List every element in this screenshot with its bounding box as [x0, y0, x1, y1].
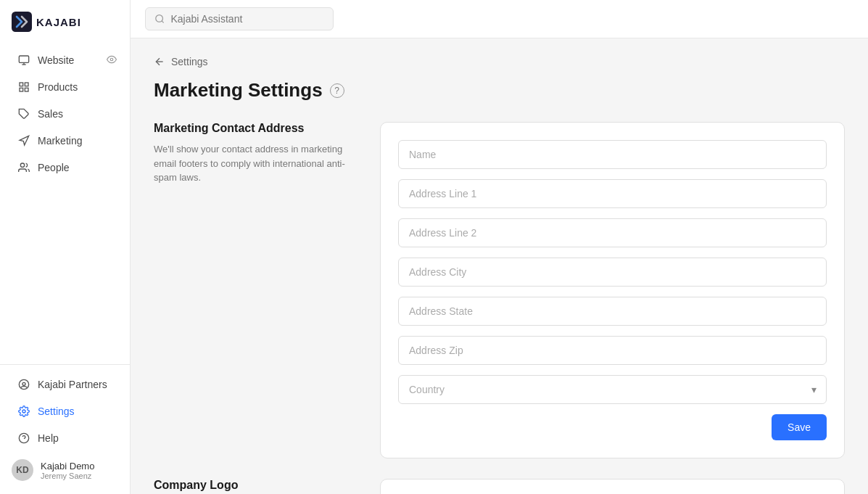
sidebar-item-products[interactable]: Products	[6, 74, 124, 100]
question-circle-icon	[17, 432, 30, 445]
company-logo-label-col: Company Logo	[154, 479, 357, 494]
breadcrumb[interactable]: Settings	[154, 56, 845, 67]
sidebar: KAJABI Website Products Sales	[0, 0, 131, 494]
address-zip-input[interactable]	[398, 336, 827, 365]
address-line1-input[interactable]	[398, 179, 827, 208]
sidebar-item-website[interactable]: Website	[6, 47, 124, 73]
sidebar-nav: Website Products Sales Marketing	[0, 41, 130, 364]
address-city-field-wrapper	[398, 258, 827, 287]
users-icon	[17, 161, 30, 174]
topbar	[131, 0, 868, 38]
address-state-input[interactable]	[398, 297, 827, 326]
form-actions: Save	[398, 414, 827, 440]
section-title: Marketing Contact Address	[154, 122, 357, 135]
sidebar-item-people[interactable]: People	[6, 155, 124, 181]
sidebar-item-label: Website	[38, 54, 74, 66]
section-label-col: Marketing Contact Address We'll show you…	[154, 122, 357, 458]
country-field-wrapper: Country United States Canada United King…	[398, 375, 827, 404]
megaphone-icon	[17, 134, 30, 147]
person-circle-icon	[17, 378, 30, 391]
sidebar-item-marketing[interactable]: Marketing	[6, 128, 124, 154]
tag-icon	[17, 107, 30, 120]
sidebar-item-label: Products	[38, 81, 78, 93]
grid-icon	[17, 81, 30, 94]
svg-rect-1	[19, 56, 28, 62]
sidebar-item-label: Kajabi Partners	[38, 379, 107, 390]
marketing-contact-section: Marketing Contact Address We'll show you…	[154, 122, 845, 458]
sidebar-item-label: People	[38, 162, 70, 173]
svg-point-10	[20, 163, 24, 167]
svg-point-12	[22, 410, 25, 413]
contact-address-form: Country United States Canada United King…	[380, 122, 845, 458]
address-line2-field-wrapper	[398, 218, 827, 247]
search-input[interactable]	[170, 13, 324, 25]
svg-point-15	[156, 15, 163, 22]
svg-point-4	[110, 58, 113, 61]
sidebar-item-sales[interactable]: Sales	[6, 101, 124, 127]
name-field-wrapper	[398, 140, 827, 169]
sidebar-item-partners[interactable]: Kajabi Partners	[6, 371, 124, 398]
address-state-field-wrapper	[398, 297, 827, 326]
monitor-icon	[17, 54, 30, 67]
section-desc: We'll show your contact address in marke…	[154, 142, 357, 185]
save-button[interactable]: Save	[772, 414, 827, 440]
eye-icon	[107, 54, 117, 67]
page-title-row: Marketing Settings ?	[154, 79, 845, 102]
main-content: Settings Marketing Settings ? Marketing …	[131, 0, 868, 494]
svg-rect-7	[20, 88, 23, 91]
sidebar-item-label: Marketing	[38, 135, 82, 147]
logo-text: KAJABI	[36, 16, 81, 28]
address-line2-input[interactable]	[398, 218, 827, 247]
address-zip-field-wrapper	[398, 336, 827, 365]
company-logo-title: Company Logo	[154, 479, 357, 492]
back-arrow-icon	[154, 56, 165, 67]
sidebar-item-settings[interactable]: Settings	[6, 398, 124, 424]
sidebar-item-label: Settings	[38, 406, 75, 417]
search-icon	[154, 13, 165, 25]
user-name: Kajabi Demo	[41, 461, 94, 472]
company-logo-form	[380, 479, 845, 494]
avatar: KD	[12, 459, 33, 481]
name-input[interactable]	[398, 140, 827, 169]
gear-icon	[17, 405, 30, 418]
svg-point-11	[19, 379, 28, 389]
user-profile[interactable]: KD Kajabi Demo Jeremy Saenz	[0, 452, 130, 488]
svg-rect-8	[25, 88, 28, 91]
user-info: Kajabi Demo Jeremy Saenz	[41, 461, 94, 480]
page-content: Settings Marketing Settings ? Marketing …	[131, 38, 868, 494]
country-select[interactable]: Country United States Canada United King…	[398, 375, 827, 404]
svg-rect-5	[20, 83, 23, 86]
sidebar-item-help[interactable]: Help	[6, 425, 124, 451]
logo[interactable]: KAJABI	[0, 0, 130, 41]
page-title: Marketing Settings	[154, 79, 323, 102]
help-tooltip-icon[interactable]: ?	[330, 83, 344, 98]
search-container[interactable]	[145, 7, 334, 30]
svg-rect-6	[25, 83, 28, 86]
company-logo-section: Company Logo	[154, 479, 845, 494]
address-line1-field-wrapper	[398, 179, 827, 208]
breadcrumb-label: Settings	[171, 56, 208, 67]
kajabi-logo-icon	[12, 12, 32, 32]
address-city-input[interactable]	[398, 258, 827, 287]
svg-line-16	[162, 21, 164, 23]
sidebar-item-label: Sales	[38, 108, 63, 120]
user-subtitle: Jeremy Saenz	[41, 472, 94, 480]
sidebar-bottom: Kajabi Partners Settings Help KD Kajabi …	[0, 364, 130, 494]
sidebar-item-label: Help	[38, 432, 59, 444]
country-select-wrapper: Country United States Canada United King…	[398, 375, 827, 404]
